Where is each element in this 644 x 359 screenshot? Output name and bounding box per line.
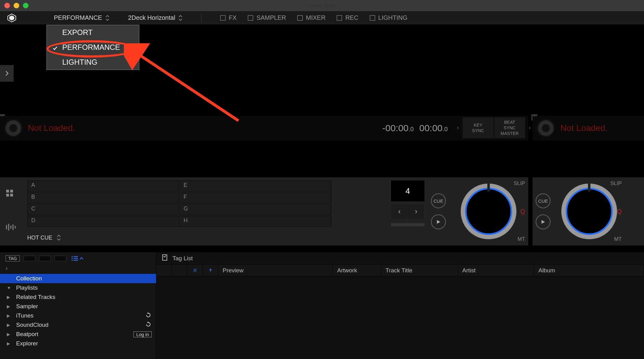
mode-selector[interactable]: PERFORMANCE xyxy=(54,14,110,21)
quantize-button[interactable]: Q xyxy=(617,208,622,215)
app-title: rekordbox xyxy=(307,2,337,10)
tag-filter-button[interactable]: TAG xyxy=(6,255,20,262)
refresh-icon[interactable] xyxy=(146,322,151,329)
toolbar-check-rec[interactable]: REC xyxy=(337,14,358,21)
hotcue-h[interactable]: H xyxy=(180,216,331,227)
hotcue-a[interactable]: A xyxy=(27,180,179,192)
tree-item-beatport[interactable]: ▶BeatportLog in xyxy=(0,330,156,339)
col-title[interactable]: Track Title xyxy=(381,265,458,276)
col-album[interactable]: Album xyxy=(534,265,644,276)
jog-labels: SLIP Q MT xyxy=(514,180,525,242)
window-maximize-button[interactable] xyxy=(23,3,28,8)
svg-rect-6 xyxy=(10,194,13,197)
hotcue-b[interactable]: B xyxy=(27,192,179,203)
hotcue-f[interactable]: F xyxy=(180,192,331,203)
arrow-up-icon xyxy=(208,268,213,273)
deck-sync-controls: ‹ KEY SYNC BEAT SYNC MASTER › xyxy=(463,117,525,138)
album-art-placeholder[interactable] xyxy=(4,119,22,137)
sync-label: SYNC xyxy=(504,125,516,131)
color-filter-chip[interactable] xyxy=(54,256,66,261)
check-label: MIXER xyxy=(306,14,325,21)
tree-item-collection[interactable]: Collection xyxy=(0,274,156,283)
checkbox-icon xyxy=(337,15,342,21)
jog-wheel[interactable] xyxy=(461,184,516,239)
cue-button[interactable]: CUE xyxy=(536,193,550,208)
col-artwork[interactable]: Artwork xyxy=(333,265,381,276)
list-view-toggle[interactable] xyxy=(71,256,84,261)
login-button[interactable]: Log in xyxy=(133,331,152,337)
layout-selector[interactable]: 2Deck Horizontal xyxy=(128,14,183,21)
toolbar-check-mixer[interactable]: MIXER xyxy=(297,14,325,21)
time-neg: -00:00 xyxy=(382,123,408,133)
tree-item-explorer[interactable]: ▶Explorer xyxy=(0,339,156,348)
tree-item-soundcloud[interactable]: ▶SoundCloud xyxy=(0,320,156,330)
color-filter-chip[interactable] xyxy=(39,256,51,261)
quantize-button[interactable]: Q xyxy=(520,208,525,215)
toolbar-check-sampler[interactable]: SAMPLER xyxy=(248,14,286,21)
beat-value-display[interactable]: 4 xyxy=(391,180,424,201)
taglist-header: Tag List xyxy=(156,252,644,265)
hotcue-e[interactable]: E xyxy=(180,180,331,192)
svg-rect-3 xyxy=(6,190,9,192)
col-status[interactable] xyxy=(172,265,187,276)
play-button[interactable] xyxy=(431,214,446,229)
grid-view-icon[interactable] xyxy=(6,189,14,198)
sync-label: BEAT xyxy=(504,119,515,125)
refresh-icon[interactable] xyxy=(146,312,151,319)
col-sort[interactable] xyxy=(203,265,218,276)
waveform-view-icon[interactable] xyxy=(6,223,16,232)
mode-label: PERFORMANCE xyxy=(54,14,102,21)
beat-scrollbar[interactable] xyxy=(391,223,424,226)
cue-button[interactable]: CUE xyxy=(431,193,446,208)
deck-status: Not Loaded. xyxy=(28,123,75,133)
sidebar-expand-handle[interactable] xyxy=(0,65,14,82)
album-art-placeholder[interactable] xyxy=(537,119,555,137)
dropdown-item-export[interactable]: EXPORT xyxy=(47,25,139,40)
browser-tree: Collection ▼Playlists ▶Related Tracks ▶S… xyxy=(0,274,156,359)
col-checkbox[interactable] xyxy=(156,265,172,276)
toolbar-check-lighting[interactable]: LIGHTING xyxy=(370,14,407,21)
color-filter-chip[interactable] xyxy=(24,256,35,261)
browser-back-button[interactable]: › xyxy=(0,265,156,274)
window-close-button[interactable] xyxy=(4,3,10,8)
hotcue-mode-selector[interactable]: HOT CUE xyxy=(27,234,61,241)
master-tempo-button[interactable]: MT xyxy=(517,236,525,242)
check-icon xyxy=(52,44,58,53)
browser-toolbar: TAG xyxy=(0,252,156,265)
beat-sync-button[interactable]: BEAT SYNC MASTER › xyxy=(494,117,525,138)
tree-item-playlists[interactable]: ▼Playlists xyxy=(0,283,156,292)
play-button[interactable] xyxy=(536,214,550,229)
window-minimize-button[interactable] xyxy=(14,3,19,8)
col-artist[interactable]: Artist xyxy=(458,265,534,276)
deck-controls: A E B F C G D H HOT CUE 4 ‹ › xyxy=(0,177,528,245)
tree-item-related[interactable]: ▶Related Tracks xyxy=(0,292,156,302)
tree-label: iTunes xyxy=(16,312,33,319)
hotcue-d[interactable]: D xyxy=(27,216,179,227)
tree-item-sampler[interactable]: ▶Sampler xyxy=(0,302,156,311)
beat-prev-button[interactable]: ‹ xyxy=(391,204,407,219)
deck-area: 1 Not Loaded. -00:00.0 00:00.0 ‹ KEY SYN… xyxy=(0,116,644,245)
taglist-icon[interactable] xyxy=(162,254,169,262)
svg-rect-18 xyxy=(163,255,167,260)
slip-button[interactable]: SLIP xyxy=(610,180,622,187)
master-tempo-button[interactable]: MT xyxy=(614,236,622,242)
beat-next-button[interactable]: › xyxy=(408,204,424,219)
hotcue-g[interactable]: G xyxy=(180,204,331,215)
time-neg-sub: .0 xyxy=(409,126,414,132)
tree-item-itunes[interactable]: ▶iTunes xyxy=(0,311,156,320)
col-preview[interactable]: Preview xyxy=(218,265,333,276)
hotcue-c[interactable]: C xyxy=(27,204,179,215)
waveform-display[interactable] xyxy=(0,140,528,177)
tree-label: Beatport xyxy=(16,331,38,338)
waveform-display[interactable] xyxy=(533,140,644,177)
slip-button[interactable]: SLIP xyxy=(514,180,525,187)
browser-sidebar: TAG › Collection ▼Playlists ▶Related Tra… xyxy=(0,252,156,359)
dropdown-item-lighting[interactable]: LIGHTING xyxy=(47,55,139,70)
caret-icon: ▶ xyxy=(7,341,12,346)
browser: TAG › Collection ▼Playlists ▶Related Tra… xyxy=(0,252,644,359)
key-sync-button[interactable]: ‹ KEY SYNC xyxy=(463,117,494,138)
col-number[interactable]: # xyxy=(187,265,203,276)
jog-wheel[interactable] xyxy=(561,184,617,239)
dropdown-item-performance[interactable]: PERFORMANCE xyxy=(47,40,139,55)
toolbar-check-fx[interactable]: FX xyxy=(220,14,237,21)
